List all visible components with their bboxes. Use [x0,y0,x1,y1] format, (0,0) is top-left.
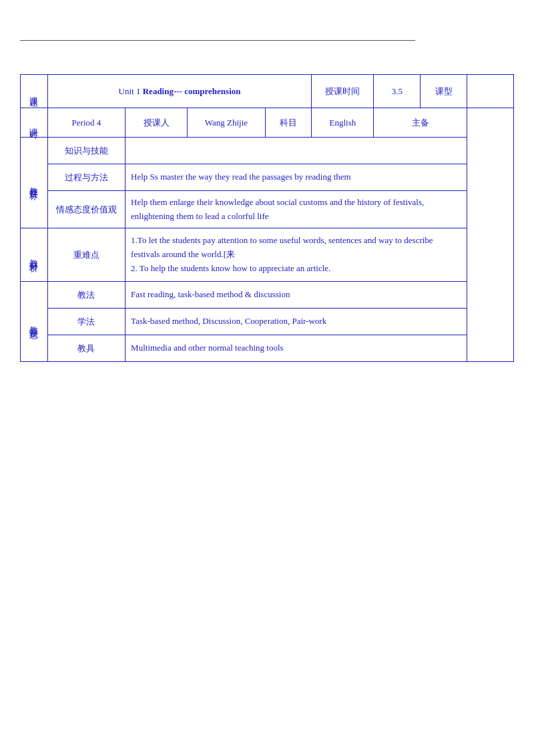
shouker-label: 授课人 [125,108,188,138]
row-zhishi: 教学目标 知识与技能 [21,138,514,164]
row-keti: 课题 Unit 1 Reading--- comprehension 授课时间 … [21,75,514,108]
jiaoju-content: Multimedia and other normal teaching too… [125,335,467,362]
kelei-value [467,75,514,108]
subject-value: English [312,108,374,138]
row-xuefa: 学法 Task-based method, Discussion, Cooper… [21,309,514,335]
row-zhongnan: 教材分析 重难点 1.To let the students pay atten… [21,228,514,282]
jiaoju-label: 教具 [47,335,125,362]
zhongnan-line1: 1.To let the students pay attention to s… [131,234,461,262]
time-value: 3.5 [374,75,421,108]
row-keshi: 课时 Period 4 授课人 Wang Zhijie 科目 English 主… [21,108,514,138]
qinggan-content: Help them enlarge their knowledge about … [125,191,467,228]
period-label: Period 4 [47,108,125,138]
unit-title: Reading--- comprehension [143,86,241,96]
qinggan-label: 情感态度价值观 [47,191,125,228]
row-jiafu: 教学设想 教法 Fast reading, task-based method … [21,282,514,309]
guocheng-content: Help Ss master the way they read the pas… [125,164,467,191]
row-qinggan: 情感态度价值观 Help them enlarge their knowledg… [21,191,514,228]
row-guocheng: 过程与方法 Help Ss master the way they read t… [21,164,514,191]
shouketimestamp-label: 授课时间 [312,75,374,108]
subject-label: 科目 [265,108,312,138]
jiafu-content: Fast reading, task-based method & discus… [125,282,467,309]
jiaoxue-she-label: 教学设想 [21,282,48,362]
zhishi-content [125,138,467,164]
jiaocai-label: 教材分析 [21,228,48,282]
zhongnan-label: 重难点 [47,228,125,282]
jiafu-label: 教法 [47,282,125,309]
row-jiaoju: 教具 Multimedia and other normal teaching … [21,335,514,362]
keti-label: 课题 [21,75,48,108]
teacher-name: Wang Zhijie [188,108,265,138]
xuefa-content: Task-based method, Discussion, Cooperati… [125,309,467,335]
page-container: 课题 Unit 1 Reading--- comprehension 授课时间 … [0,0,534,389]
zhishi-label: 知识与技能 [47,138,125,164]
keshi-label: 课时 [21,108,48,138]
kelei-label: 课型 [421,75,467,108]
zhongnan-content: 1.To let the students pay attention to s… [125,228,467,282]
zhuibei-label: 主备 [374,108,467,138]
jiaoxue-mubiao-label: 教学目标 [21,138,48,228]
guocheng-label: 过程与方法 [47,164,125,191]
unit-label: Unit 1 [119,86,141,96]
top-line [20,40,415,41]
zhongnan-line2: 2. To help the students know how to appr… [131,262,461,276]
xuefa-label: 学法 [47,309,125,335]
main-table: 课题 Unit 1 Reading--- comprehension 授课时间 … [20,74,514,362]
unit-content: Unit 1 Reading--- comprehension [47,75,312,108]
